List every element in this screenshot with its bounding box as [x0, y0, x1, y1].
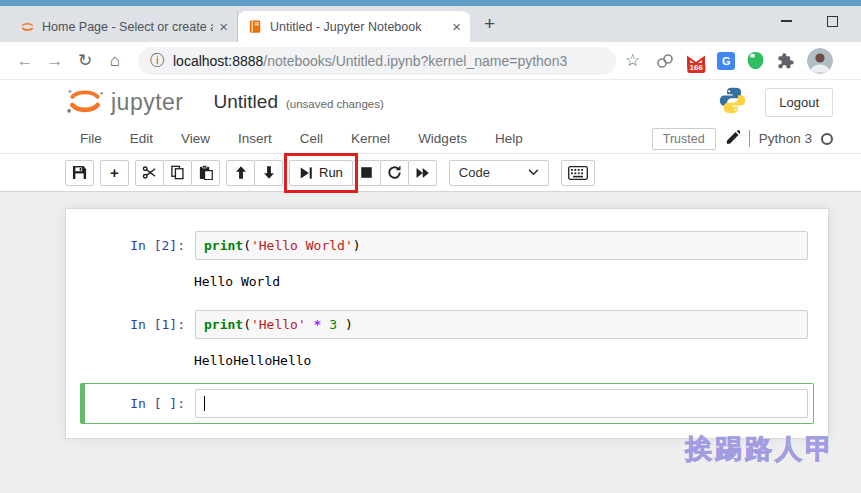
interrupt-kernel-button[interactable] — [352, 160, 381, 186]
run-button-label: Run — [319, 165, 343, 180]
evernote-extension-icon[interactable] — [746, 51, 765, 70]
save-button[interactable] — [65, 160, 94, 186]
url-path: /notebooks/Untitled.ipynb?kernel_name=py… — [263, 53, 567, 69]
logout-button[interactable]: Logout — [765, 88, 833, 117]
tab-title: Home Page - Select or create a — [42, 20, 213, 34]
divider — [749, 130, 750, 147]
watermark-text: 挨踢路人甲 — [685, 431, 835, 467]
back-icon[interactable]: ← — [10, 51, 40, 71]
site-info-icon[interactable]: ⓘ — [150, 52, 164, 70]
code-token: ) — [353, 238, 361, 253]
keyboard-icon — [568, 166, 588, 180]
edit-title-pencil-icon[interactable] — [725, 130, 740, 148]
insert-cell-button[interactable]: + — [100, 160, 129, 186]
maximize-button[interactable] — [809, 6, 855, 36]
translate-extension-icon[interactable]: G — [717, 52, 735, 70]
tab-home-page[interactable]: Home Page - Select or create a × — [10, 11, 238, 42]
url-omnibox[interactable]: ⓘ localhost:8888/notebooks/Untitled.ipyn… — [138, 47, 616, 75]
kernel-idle-indicator — [821, 133, 833, 145]
code-token — [306, 317, 314, 332]
arrow-down-icon — [262, 165, 276, 180]
close-tab-icon[interactable]: × — [219, 19, 228, 34]
tab-strip: Home Page - Select or create a × Untitle… — [0, 6, 861, 42]
tab-untitled-notebook[interactable]: Untitled - Jupyter Notebook × — [238, 11, 470, 42]
menu-cell[interactable]: Cell — [286, 131, 337, 146]
copy-cells-button[interactable] — [163, 160, 192, 186]
text-cursor — [204, 396, 205, 411]
cut-cells-button[interactable] — [135, 160, 164, 186]
python-logo-icon — [718, 86, 747, 119]
code-token: 'Hello' — [251, 317, 306, 332]
gmail-unread-badge: 166 — [688, 63, 705, 73]
cell-1-output: Hello World — [80, 273, 814, 290]
paste-cells-button[interactable] — [191, 160, 220, 186]
jupyter-logo-text[interactable]: jupyter — [111, 89, 184, 116]
notebook-toolbar: + Run — [0, 154, 861, 192]
run-all-fast-forward-button[interactable] — [408, 160, 437, 186]
reload-icon[interactable]: ↻ — [70, 50, 100, 71]
window-controls — [763, 6, 855, 36]
cell-type-dropdown[interactable]: Code — [449, 160, 549, 186]
input-prompt: In [2]: — [86, 231, 195, 254]
arrow-up-icon — [234, 165, 248, 180]
run-step-forward-icon — [299, 166, 313, 180]
code-cell-3-active[interactable]: In [ ]: — [80, 383, 814, 424]
move-cell-up-button[interactable] — [226, 160, 255, 186]
code-token: print — [204, 317, 243, 332]
code-token: 'Hello World' — [251, 238, 353, 253]
menu-help[interactable]: Help — [481, 131, 537, 146]
minimize-button[interactable] — [763, 6, 809, 36]
chevron-down-icon — [528, 169, 539, 176]
extensions-puzzle-icon[interactable] — [776, 52, 794, 70]
menu-widgets[interactable]: Widgets — [404, 131, 481, 146]
menu-file[interactable]: File — [66, 131, 116, 146]
scissors-icon — [142, 165, 157, 180]
code-token: ) — [337, 317, 353, 332]
input-prompt: In [1]: — [86, 310, 195, 333]
jupyter-header: jupyter Untitled (unsaved changes) Logou… — [0, 80, 861, 124]
output-text: HelloHelloHello — [194, 352, 311, 369]
maximize-icon — [827, 16, 838, 27]
restart-kernel-button[interactable] — [380, 160, 409, 186]
code-token: 3 — [329, 317, 337, 332]
run-cell-button[interactable]: Run — [289, 160, 353, 186]
home-icon[interactable]: ⌂ — [100, 51, 130, 71]
notebook-page: In [2]: print('Hello World') Hello World… — [0, 192, 861, 493]
gmail-extension-icon[interactable]: 166 — [686, 53, 706, 68]
sessions-extension-icon[interactable] — [655, 51, 675, 71]
address-bar: ← → ↻ ⌂ ⓘ localhost:8888/notebooks/Untit… — [0, 42, 861, 80]
checkpoint-status: (unsaved changes) — [286, 94, 384, 110]
code-cell-2[interactable]: In [1]: print('Hello' * 3 ) — [80, 304, 814, 345]
url-host: localhost:8888 — [173, 53, 263, 69]
close-tab-icon[interactable]: × — [452, 19, 461, 34]
code-token: ( — [243, 317, 251, 332]
bookmark-star-icon[interactable]: ☆ — [625, 50, 640, 71]
new-tab-button[interactable]: + — [484, 14, 495, 33]
extension-icons: 166 G — [655, 48, 833, 74]
code-input-area[interactable] — [195, 389, 808, 418]
jupyter-favicon — [19, 19, 35, 35]
notebook-title[interactable]: Untitled — [214, 91, 278, 113]
restart-refresh-icon — [387, 165, 402, 180]
profile-avatar[interactable] — [807, 48, 833, 74]
forward-icon[interactable]: → — [40, 51, 70, 71]
menu-view[interactable]: View — [167, 131, 224, 146]
command-palette-button[interactable] — [561, 160, 595, 186]
menu-edit[interactable]: Edit — [116, 131, 167, 146]
copy-icon — [170, 165, 185, 180]
code-cell-1[interactable]: In [2]: print('Hello World') — [80, 225, 814, 266]
jupyter-logo-icon[interactable] — [64, 86, 106, 119]
menu-bar: File Edit View Insert Cell Kernel Widget… — [0, 124, 861, 154]
trusted-badge: Trusted — [652, 128, 716, 150]
code-input-area[interactable]: print('Hello World') — [195, 231, 808, 260]
save-icon — [72, 165, 87, 180]
code-input-area[interactable]: print('Hello' * 3 ) — [195, 310, 808, 339]
code-token: print — [204, 238, 243, 253]
menu-insert[interactable]: Insert — [224, 131, 286, 146]
menu-kernel[interactable]: Kernel — [337, 131, 404, 146]
notebook-book-icon — [247, 19, 263, 35]
move-cell-down-button[interactable] — [254, 160, 283, 186]
code-token: ( — [243, 238, 251, 253]
minimize-icon — [781, 20, 792, 22]
fast-forward-icon — [415, 166, 430, 180]
